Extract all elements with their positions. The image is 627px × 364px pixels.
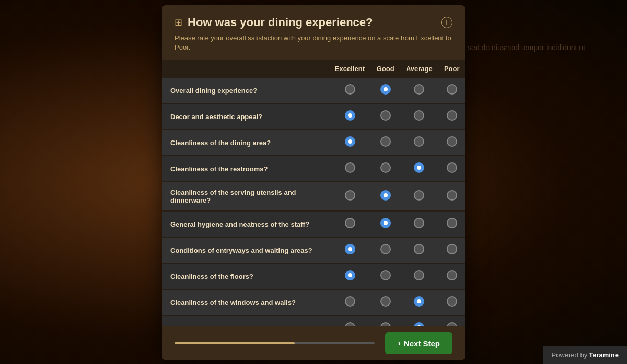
radio-cell-6-0[interactable] <box>329 237 371 263</box>
radio-cell-3-0[interactable] <box>329 156 371 182</box>
table-row: Cleanliness of the restrooms? <box>162 156 465 182</box>
radio-cell-3-3[interactable] <box>438 156 465 182</box>
radio-cell-9-3[interactable] <box>438 315 465 326</box>
next-step-button[interactable]: › Next Step <box>385 332 452 354</box>
radio-btn-3-2[interactable] <box>414 162 424 173</box>
table-row: Cleanliness of the floors? <box>162 263 465 289</box>
radio-btn-0-2[interactable] <box>414 84 424 95</box>
radio-btn-5-1[interactable] <box>380 218 391 228</box>
radio-btn-3-3[interactable] <box>447 162 457 173</box>
radio-btn-5-3[interactable] <box>447 218 457 228</box>
radio-btn-8-3[interactable] <box>447 296 457 307</box>
radio-btn-9-3[interactable] <box>447 322 457 326</box>
info-button[interactable]: i <box>441 17 452 28</box>
radio-btn-9-0[interactable] <box>345 322 355 326</box>
radio-cell-1-2[interactable] <box>400 103 438 130</box>
radio-cell-0-3[interactable] <box>438 78 465 103</box>
radio-btn-2-2[interactable] <box>414 136 424 147</box>
radio-btn-0-3[interactable] <box>447 84 457 95</box>
row-label: Cleanliness of the windows and walls? <box>162 289 329 315</box>
radio-cell-0-0[interactable] <box>329 78 371 103</box>
radio-btn-4-0[interactable] <box>345 190 355 201</box>
radio-cell-1-3[interactable] <box>438 103 465 130</box>
radio-cell-8-0[interactable] <box>329 289 371 315</box>
table-row: Overall dining experience? <box>162 78 465 103</box>
table-header-row: Excellent Good Average Poor <box>162 60 465 78</box>
radio-cell-3-2[interactable] <box>400 156 438 182</box>
radio-btn-6-3[interactable] <box>447 244 457 254</box>
radio-btn-9-1[interactable] <box>380 322 391 326</box>
radio-cell-9-2[interactable] <box>400 315 438 326</box>
radio-btn-8-1[interactable] <box>380 296 391 307</box>
modal-subtitle: Please rate your overall satisfaction wi… <box>175 33 452 52</box>
radio-cell-2-3[interactable] <box>438 130 465 156</box>
radio-cell-1-1[interactable] <box>371 103 400 130</box>
progress-bar-fill <box>175 342 295 344</box>
radio-cell-4-1[interactable] <box>371 182 400 211</box>
radio-cell-8-1[interactable] <box>371 289 400 315</box>
radio-btn-0-1[interactable] <box>380 84 391 95</box>
radio-cell-4-3[interactable] <box>438 182 465 211</box>
radio-btn-8-0[interactable] <box>345 296 355 307</box>
radio-cell-1-0[interactable] <box>329 103 371 130</box>
radio-btn-2-1[interactable] <box>380 136 391 147</box>
radio-btn-6-0[interactable] <box>345 244 355 254</box>
radio-cell-2-1[interactable] <box>371 130 400 156</box>
radio-btn-2-0[interactable] <box>345 136 355 147</box>
radio-cell-7-2[interactable] <box>400 263 438 289</box>
radio-cell-7-3[interactable] <box>438 263 465 289</box>
radio-btn-7-0[interactable] <box>345 270 355 280</box>
radio-btn-7-3[interactable] <box>447 270 457 280</box>
radio-cell-0-2[interactable] <box>400 78 438 103</box>
radio-btn-5-2[interactable] <box>414 218 424 228</box>
radio-btn-6-1[interactable] <box>380 244 391 254</box>
radio-btn-1-3[interactable] <box>447 110 457 121</box>
radio-btn-8-2[interactable] <box>414 296 424 307</box>
radio-btn-5-0[interactable] <box>345 218 355 228</box>
radio-cell-3-1[interactable] <box>371 156 400 182</box>
radio-cell-5-2[interactable] <box>400 211 438 237</box>
radio-cell-4-0[interactable] <box>329 182 371 211</box>
radio-btn-7-1[interactable] <box>380 270 391 280</box>
radio-btn-1-1[interactable] <box>380 110 391 121</box>
radio-btn-1-0[interactable] <box>345 110 355 121</box>
radio-btn-1-2[interactable] <box>414 110 424 121</box>
radio-cell-9-0[interactable] <box>329 315 371 326</box>
modal-title: How was your dining experience? <box>188 16 373 29</box>
radio-btn-6-2[interactable] <box>414 244 424 254</box>
radio-cell-6-3[interactable] <box>438 237 465 263</box>
radio-btn-3-1[interactable] <box>380 162 391 173</box>
radio-btn-4-3[interactable] <box>447 190 457 201</box>
radio-cell-5-1[interactable] <box>371 211 400 237</box>
radio-btn-4-2[interactable] <box>414 190 424 201</box>
radio-btn-2-3[interactable] <box>447 136 457 147</box>
radio-cell-6-2[interactable] <box>400 237 438 263</box>
radio-cell-8-2[interactable] <box>400 289 438 315</box>
radio-cell-8-3[interactable] <box>438 289 465 315</box>
radio-cell-5-0[interactable] <box>329 211 371 237</box>
modal-overlay: ⊞ How was your dining experience? i Plea… <box>0 0 627 364</box>
radio-cell-7-1[interactable] <box>371 263 400 289</box>
col-header-excellent: Excellent <box>329 60 371 78</box>
radio-btn-0-0[interactable] <box>345 84 355 95</box>
radio-cell-0-1[interactable] <box>371 78 400 103</box>
title-left: ⊞ How was your dining experience? <box>175 16 373 29</box>
row-label: Cleanliness of the serving utensils and … <box>162 182 329 211</box>
table-row: Cleanliness of the serving utensils and … <box>162 182 465 211</box>
radio-cell-7-0[interactable] <box>329 263 371 289</box>
survey-icon: ⊞ <box>175 17 182 28</box>
radio-cell-2-2[interactable] <box>400 130 438 156</box>
radio-btn-4-1[interactable] <box>380 190 391 201</box>
radio-cell-4-2[interactable] <box>400 182 438 211</box>
row-label: Overall dining experience? <box>162 78 329 103</box>
radio-cell-2-0[interactable] <box>329 130 371 156</box>
modal-footer: › Next Step <box>162 326 465 360</box>
radio-btn-7-2[interactable] <box>414 270 424 280</box>
radio-btn-3-0[interactable] <box>345 162 355 173</box>
row-label: Cleanliness of the tables? <box>162 315 329 326</box>
radio-cell-5-3[interactable] <box>438 211 465 237</box>
table-row: Decor and aesthetic appeal? <box>162 103 465 130</box>
radio-cell-9-1[interactable] <box>371 315 400 326</box>
radio-btn-9-2[interactable] <box>414 322 424 326</box>
radio-cell-6-1[interactable] <box>371 237 400 263</box>
